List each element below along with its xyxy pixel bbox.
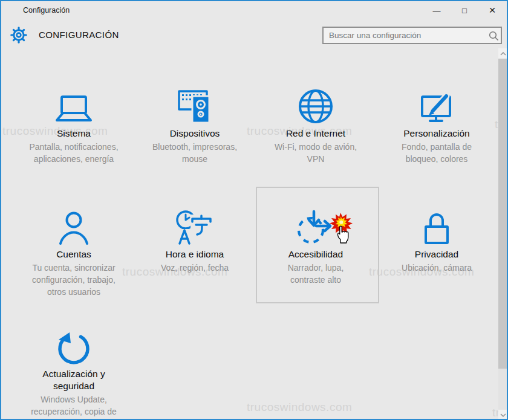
- tile-subtitle: Wi-Fi, modo de avión, VPN: [255, 141, 376, 165]
- tile-title: Privacidad: [376, 248, 497, 260]
- tile-title: Hora e idioma: [134, 248, 255, 260]
- tile-subtitle: Fondo, pantalla de bloqueo, colores: [376, 141, 497, 165]
- tile-subtitle: Windows Update, recuperación, copia de: [13, 393, 134, 418]
- click-indicator-cursor-icon: [328, 210, 357, 247]
- scrollbar-up-button[interactable]: [498, 48, 508, 59]
- clock-language-icon: [134, 211, 255, 245]
- settings-window: Configuración — □ × CONFIGURACIÓN trucos…: [0, 0, 508, 420]
- tile-accesibilidad[interactable]: Accesibilidad Narrador, lupa, contraste …: [255, 211, 376, 286]
- tile-subtitle: Voz, región, fecha: [134, 262, 255, 274]
- tile-title: Dispositivos: [134, 128, 255, 140]
- display-pen-icon: [376, 90, 497, 124]
- tile-title: Red e Internet: [255, 128, 376, 140]
- tile-title: Accesibilidad: [255, 248, 376, 260]
- tile-cuentas[interactable]: Cuentas Tu cuenta, sincronizar configura…: [13, 211, 134, 298]
- ease-of-access-icon: [255, 211, 376, 245]
- tile-subtitle: Narrador, lupa, contraste alto: [255, 262, 376, 286]
- tile-actualizacion-y-seguridad[interactable]: Actualización y seguridad Windows Update…: [13, 331, 134, 418]
- settings-gear-icon: [10, 27, 27, 46]
- search-input[interactable]: [322, 27, 502, 44]
- tile-hora-e-idioma[interactable]: Hora e idioma Voz, región, fecha: [134, 211, 255, 274]
- laptop-icon: [13, 90, 134, 124]
- chevron-down-icon: [500, 413, 506, 417]
- globe-icon: [255, 90, 376, 124]
- chevron-up-icon: [500, 52, 506, 56]
- page-title: CONFIGURACIÓN: [39, 30, 119, 40]
- tile-personalizacion[interactable]: Personalización Fondo, pantalla de bloqu…: [376, 90, 497, 165]
- tile-title: Personalización: [376, 128, 497, 140]
- lock-icon: [376, 211, 497, 245]
- window-title: Configuración: [23, 6, 70, 15]
- close-button[interactable]: ×: [478, 1, 506, 19]
- titlebar: Configuración — □ ×: [1, 1, 507, 19]
- tile-title: Sistema: [13, 128, 134, 140]
- tile-red-e-internet[interactable]: Red e Internet Wi-Fi, modo de avión, VPN: [255, 90, 376, 165]
- tile-dispositivos[interactable]: Dispositivos Bluetooth, impresoras, mous…: [134, 90, 255, 165]
- maximize-button[interactable]: □: [451, 1, 478, 19]
- watermark: trucoswindows.com: [247, 401, 352, 414]
- scrollbar-down-button[interactable]: [498, 410, 508, 420]
- tile-subtitle: Bluetooth, impresoras, mouse: [134, 141, 255, 165]
- search-icon[interactable]: [489, 31, 499, 44]
- tile-title: Cuentas: [13, 248, 134, 260]
- tile-subtitle: Pantalla, notificaciones, aplicaciones, …: [13, 141, 134, 165]
- tile-sistema[interactable]: Sistema Pantalla, notificaciones, aplica…: [13, 90, 134, 165]
- window-controls: — □ ×: [423, 1, 506, 19]
- person-icon: [13, 211, 134, 245]
- minimize-button[interactable]: —: [423, 1, 451, 19]
- tile-subtitle: Ubicación, cámara: [376, 262, 497, 274]
- keyboard-speaker-icon: [134, 90, 255, 124]
- tile-privacidad[interactable]: Privacidad Ubicación, cámara: [376, 211, 497, 274]
- tile-subtitle: Tu cuenta, sincronizar configuración, tr…: [13, 262, 134, 298]
- refresh-arrow-icon: [13, 331, 134, 364]
- scrollbar-thumb[interactable]: [498, 59, 508, 369]
- tile-title: Actualización y seguridad: [13, 368, 134, 392]
